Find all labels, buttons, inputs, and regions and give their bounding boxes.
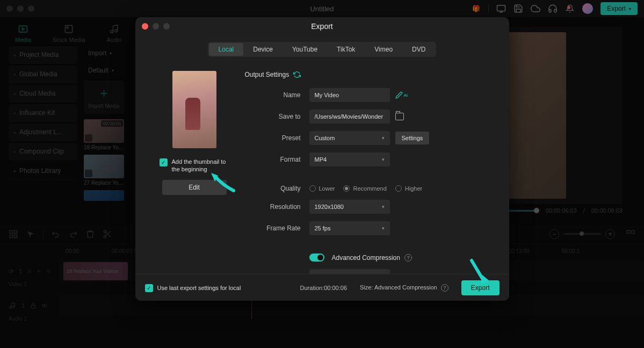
radio-icon	[309, 185, 316, 192]
export-modal: Export Local Device YouTube TikTok Vimeo…	[135, 17, 509, 301]
radio-icon	[343, 185, 350, 192]
checkbox-icon[interactable]: ✓	[145, 284, 153, 292]
saveto-input[interactable]: /Users/ws/Movies/Wonder	[309, 110, 390, 124]
edit-thumbnail-button[interactable]: Edit	[162, 180, 227, 195]
quality-radio-recommend[interactable]: Recommend	[343, 185, 386, 192]
resolution-label: Resolution	[245, 203, 309, 211]
export-confirm-button[interactable]: Export	[461, 280, 500, 295]
use-last-checkbox-row[interactable]: ✓ Use last export settings for local	[145, 284, 241, 292]
name-input[interactable]: My Video	[309, 88, 390, 102]
quality-radio-higher[interactable]: Higher	[395, 185, 422, 192]
thumbnail-checkbox-row[interactable]: ✓ Add the thumbnail to the beginning	[160, 158, 229, 173]
reset-icon[interactable]	[293, 71, 301, 78]
modal-title: Export	[311, 22, 332, 31]
thumbnail-preview	[172, 71, 216, 148]
modal-titlebar: Export	[135, 17, 509, 35]
folder-icon[interactable]	[395, 113, 404, 120]
tab-device[interactable]: Device	[243, 43, 283, 56]
quality-radio-lower[interactable]: Lower	[309, 185, 335, 192]
tab-local[interactable]: Local	[209, 43, 244, 56]
format-label: Format	[245, 156, 309, 163]
saveto-label: Save to	[245, 113, 309, 120]
ai-rename-icon[interactable]: AI	[395, 91, 408, 99]
tab-tiktok[interactable]: TikTok	[327, 43, 365, 56]
modal-overlay: Export Local Device YouTube TikTok Vimeo…	[0, 0, 644, 348]
format-dropdown[interactable]: MP4	[309, 153, 390, 166]
modal-close-icon[interactable]	[142, 23, 148, 30]
size-info: Size: Advanced Compression ?	[360, 284, 448, 292]
compression-mode-dropdown[interactable]: By Quality	[309, 269, 390, 274]
duration-info: Duration:00:00:06	[300, 285, 347, 291]
preset-settings-button[interactable]: Settings	[395, 132, 430, 144]
checkbox-icon[interactable]: ✓	[160, 158, 168, 166]
checkbox-label: Add the thumbnail to the beginning	[172, 158, 229, 173]
radio-icon	[395, 185, 402, 192]
resolution-dropdown[interactable]: 1920x1080	[309, 200, 390, 214]
adv-compression-label: Advanced Compression	[332, 254, 400, 262]
output-settings: Output Settings Name My Video AI Save to…	[234, 71, 498, 274]
thumbnail-column: ✓ Add the thumbnail to the beginning Edi…	[155, 71, 234, 274]
adv-compression-toggle[interactable]	[309, 253, 324, 262]
export-tabs: Local Device YouTube TikTok Vimeo DVD	[135, 35, 509, 64]
quality-label: Quality	[245, 185, 309, 192]
framerate-dropdown[interactable]: 25 fps	[309, 221, 390, 235]
framerate-label: Frame Rate	[245, 224, 309, 232]
section-title: Output Settings	[245, 71, 480, 78]
modal-max-icon[interactable]	[163, 23, 170, 30]
preset-label: Preset	[245, 134, 309, 142]
preset-dropdown[interactable]: Custom	[309, 131, 390, 145]
use-last-label: Use last export settings for local	[157, 285, 241, 291]
modal-min-icon[interactable]	[153, 23, 159, 30]
modal-footer: ✓ Use last export settings for local Dur…	[135, 274, 509, 301]
name-label: Name	[245, 91, 309, 99]
tab-youtube[interactable]: YouTube	[283, 43, 327, 56]
tab-vimeo[interactable]: Vimeo	[365, 43, 402, 56]
info-icon[interactable]: ?	[441, 284, 448, 292]
info-icon[interactable]: ?	[404, 254, 412, 262]
tab-dvd[interactable]: DVD	[402, 43, 435, 56]
